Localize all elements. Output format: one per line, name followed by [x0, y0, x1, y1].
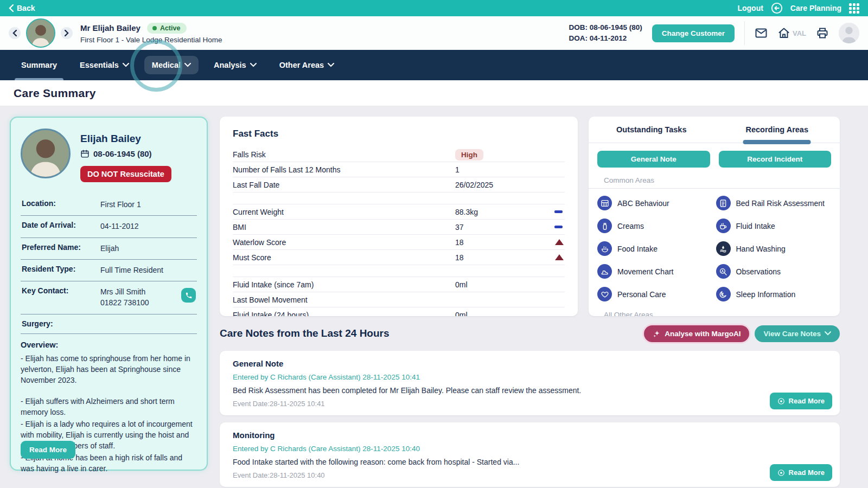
- fast-facts-row: BMI37: [233, 220, 565, 235]
- fast-facts-row: Number of Falls Last 12 Months1: [233, 162, 565, 177]
- cup-icon: [716, 219, 731, 233]
- profile-field-row: Date of Arrival:04-11-2012: [21, 216, 197, 237]
- app-title: Care Planning: [790, 4, 841, 12]
- fast-facts-row: Fluid Intake (since 7am)0ml: [233, 277, 565, 292]
- next-patient-button[interactable]: [61, 27, 73, 39]
- analyse-with-margoai-button[interactable]: Analyse with MargoAI: [644, 325, 749, 342]
- recording-area-item-bed-rail-risk-assessment[interactable]: Bed Rail Risk Assessment: [716, 193, 835, 213]
- trend-flat-icon: [554, 226, 563, 228]
- chevron-right-icon: [65, 30, 69, 36]
- table-grid-icon: [597, 196, 612, 210]
- bowl-icon: [597, 241, 612, 256]
- patient-dates: DOB: 08-06-1945 (80) DOA: 04-11-2012: [569, 22, 642, 44]
- chevron-down-icon: [328, 63, 334, 67]
- note-body: Food Intake started with the following r…: [233, 458, 827, 466]
- recording-area-item-observations[interactable]: Observations: [716, 261, 835, 281]
- nav-item-medical[interactable]: Medical: [144, 56, 199, 74]
- care-notes-title: Care Notes from the Last 24 Hours: [220, 328, 390, 339]
- note-event-date: Event Date:28-11-2025 10:40: [233, 471, 827, 479]
- care-notes-section: Care Notes from the Last 24 Hours Analys…: [220, 323, 840, 487]
- tab-recording-areas[interactable]: Recording Areas: [714, 117, 840, 143]
- chevron-left-icon: [9, 4, 14, 12]
- cream-tube-icon: [597, 219, 612, 233]
- nav-item-analysis[interactable]: Analysis: [206, 56, 264, 74]
- note-body: Bed Risk Assessment has been completed f…: [233, 386, 827, 395]
- chevron-down-icon: [250, 63, 257, 67]
- patient-location: First Floor 1 - Vale Lodge Residential H…: [80, 36, 222, 44]
- document-icon: [716, 196, 731, 210]
- recording-area-item-food-intake[interactable]: Food Intake: [597, 239, 716, 259]
- eye-icon: [777, 469, 785, 477]
- back-label: Back: [17, 4, 35, 12]
- patient-header: Mr Elijah Bailey Active First Floor 1 - …: [0, 16, 868, 50]
- nav-item-essentials[interactable]: Essentials: [72, 56, 137, 74]
- note-entered-by: Entered by C Richards (Care Assistant) 2…: [233, 445, 827, 453]
- overview-label: Overview:: [21, 341, 197, 349]
- main-nav: SummaryEssentialsMedicalAnalysisOther Ar…: [0, 50, 868, 80]
- apps-grid-icon[interactable]: [849, 3, 859, 14]
- phone-icon: [185, 292, 193, 299]
- previous-patient-button[interactable]: [9, 27, 21, 39]
- recording-area-item-hand-washing[interactable]: Hand Washing: [716, 239, 835, 259]
- recording-panel: Outstanding Tasks Recording Areas Genera…: [589, 117, 840, 316]
- title-bar: Care Summary: [0, 80, 868, 106]
- note-event-date: Event Date:28-11-2025 10:41: [233, 400, 827, 408]
- fast-facts-row: Waterlow Score18: [233, 235, 565, 250]
- profile-field-row: Preferred Name:Elijah: [21, 238, 197, 260]
- user-avatar[interactable]: [839, 23, 859, 43]
- fast-facts-spacer: [233, 265, 565, 277]
- fast-facts-title: Fast Facts: [233, 129, 565, 139]
- divider: [744, 21, 745, 45]
- change-customer-button[interactable]: Change Customer: [652, 24, 735, 42]
- profile-field-row: Surgery:: [21, 314, 197, 334]
- back-button[interactable]: Back: [9, 4, 35, 12]
- note-read-more-button[interactable]: Read More: [770, 393, 832, 409]
- patient-photo: [26, 18, 55, 48]
- trend-up-icon: [555, 239, 564, 245]
- profile-field-row: Key Contact:Mrs Jill Smith01822 738100: [21, 281, 197, 314]
- profile-field-row: Resident Type:Full Time Resident: [21, 260, 197, 281]
- note-entered-by: Entered by C Richards (Care Assistant) 2…: [233, 373, 827, 381]
- mail-icon[interactable]: [755, 27, 768, 40]
- profile-read-more-button[interactable]: Read More: [21, 441, 75, 459]
- sparkle-icon: [653, 330, 661, 338]
- risk-badge: High: [455, 149, 483, 160]
- recording-area-item-creams[interactable]: Creams: [597, 216, 716, 236]
- patient-profile-card: Elijah Bailey 08-06-1945 (80) DO NOT Res…: [10, 117, 208, 471]
- nav-item-summary[interactable]: Summary: [14, 56, 65, 74]
- hand-washing-icon: [716, 241, 731, 256]
- patient-dob: DOB: 08-06-1945 (80): [569, 22, 642, 33]
- recording-area-item-movement-chart[interactable]: Movement Chart: [597, 261, 716, 281]
- status-badge: Active: [147, 23, 187, 34]
- status-dot-icon: [152, 26, 157, 30]
- call-contact-button[interactable]: [181, 288, 196, 303]
- care-note-card: MonitoringEntered by C Richards (Care As…: [220, 422, 840, 487]
- fast-facts-card: Fast Facts Falls RiskHighNumber of Falls…: [220, 117, 578, 316]
- recording-area-item-personal-care[interactable]: Personal Care: [597, 284, 716, 304]
- eye-icon: [777, 397, 785, 405]
- trend-up-icon: [555, 254, 564, 260]
- note-type: General Note: [233, 359, 827, 368]
- logout-button[interactable]: Logout: [737, 4, 763, 12]
- recording-area-item-sleep-information[interactable]: Sleep Information: [716, 284, 835, 304]
- note-read-more-button[interactable]: Read More: [770, 464, 832, 481]
- profile-name: Elijah Bailey: [80, 133, 171, 145]
- chevron-left-icon: [12, 30, 17, 36]
- record-incident-button[interactable]: Record Incident: [719, 151, 832, 168]
- recording-area-item-fluid-intake[interactable]: Fluid Intake: [716, 216, 835, 236]
- note-type: Monitoring: [233, 431, 827, 440]
- logout-icon[interactable]: [771, 2, 783, 14]
- fast-facts-row: Last Bowel Movement: [233, 292, 565, 307]
- fast-facts-row: Current Weight88.3kg: [233, 204, 565, 220]
- care-note-card: General NoteEntered by C Richards (Care …: [220, 351, 840, 415]
- chevron-down-icon: [123, 63, 129, 67]
- view-care-notes-button[interactable]: View Care Notes: [755, 325, 840, 342]
- home-icon[interactable]: [777, 27, 790, 40]
- tab-outstanding-tasks[interactable]: Outstanding Tasks: [589, 117, 714, 143]
- recording-area-item-abc-behaviour[interactable]: ABC Behaviour: [597, 193, 716, 213]
- nav-item-other-areas[interactable]: Other Areas: [272, 56, 342, 74]
- general-note-button[interactable]: General Note: [597, 151, 710, 168]
- top-app-bar: Back Logout Care Planning: [0, 0, 868, 16]
- magnifier-person-icon: [716, 264, 731, 279]
- print-icon[interactable]: [816, 27, 829, 40]
